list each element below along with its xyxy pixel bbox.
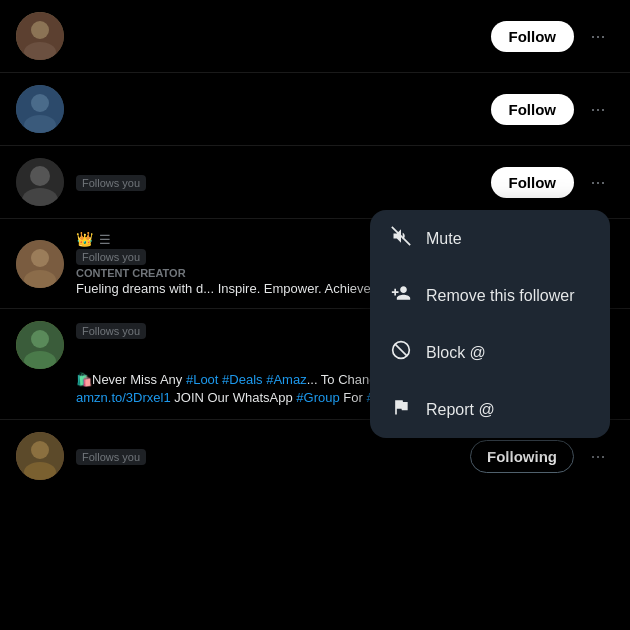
follower-actions: Follow ··· xyxy=(491,20,615,52)
context-menu: Mute Remove this follower Block @ Report… xyxy=(370,210,610,438)
svg-point-7 xyxy=(30,166,50,186)
follower-item: Follow ··· xyxy=(0,73,630,146)
more-options-button[interactable]: ··· xyxy=(582,93,614,125)
svg-point-1 xyxy=(31,21,49,39)
flag-icon xyxy=(390,397,412,422)
more-options-button[interactable]: ··· xyxy=(582,440,614,472)
svg-point-13 xyxy=(31,330,49,348)
follower-item: Follows you Follow ··· xyxy=(0,146,630,219)
mute-icon xyxy=(390,226,412,251)
mute-label: Mute xyxy=(426,230,462,248)
follows-you-badge: Follows you xyxy=(76,323,146,339)
follow-button[interactable]: Follow xyxy=(491,21,575,52)
avatar xyxy=(16,432,64,480)
block-label: Block @ xyxy=(426,344,486,362)
avatar xyxy=(16,240,64,288)
list-icon: ☰ xyxy=(99,232,111,247)
follower-item: Follow ··· xyxy=(0,0,630,73)
avatar xyxy=(16,12,64,60)
more-options-button[interactable]: ··· xyxy=(582,20,614,52)
svg-point-16 xyxy=(31,441,49,459)
follows-you-badge: Follows you xyxy=(76,449,146,465)
follows-you-badge: Follows you xyxy=(76,175,146,191)
follower-actions: Following ··· xyxy=(470,440,614,473)
following-button[interactable]: Following xyxy=(470,440,574,473)
svg-point-4 xyxy=(31,94,49,112)
follows-you-badge: Follows you xyxy=(76,249,146,265)
follower-info: Follows you xyxy=(76,447,470,465)
crown-icon: 👑 xyxy=(76,231,93,247)
svg-point-10 xyxy=(31,249,49,267)
follow-button[interactable]: Follow xyxy=(491,167,575,198)
more-options-button[interactable]: ··· xyxy=(582,166,614,198)
block-menu-item[interactable]: Block @ xyxy=(370,324,610,381)
follower-actions: Follow ··· xyxy=(491,166,615,198)
follower-info: Follows you xyxy=(76,173,491,191)
person-remove-icon xyxy=(390,283,412,308)
report-menu-item[interactable]: Report @ xyxy=(370,381,610,438)
follower-actions: Follow ··· xyxy=(491,93,615,125)
remove-follower-menu-item[interactable]: Remove this follower xyxy=(370,267,610,324)
avatar xyxy=(16,158,64,206)
avatar xyxy=(16,321,64,369)
follower-bio: Fueling dreams with d... Inspire. Empowe… xyxy=(76,281,416,296)
block-icon xyxy=(390,340,412,365)
follow-button[interactable]: Follow xyxy=(491,94,575,125)
remove-follower-label: Remove this follower xyxy=(426,287,575,305)
mute-menu-item[interactable]: Mute xyxy=(370,210,610,267)
svg-line-20 xyxy=(395,344,407,356)
report-label: Report @ xyxy=(426,401,495,419)
avatar xyxy=(16,85,64,133)
